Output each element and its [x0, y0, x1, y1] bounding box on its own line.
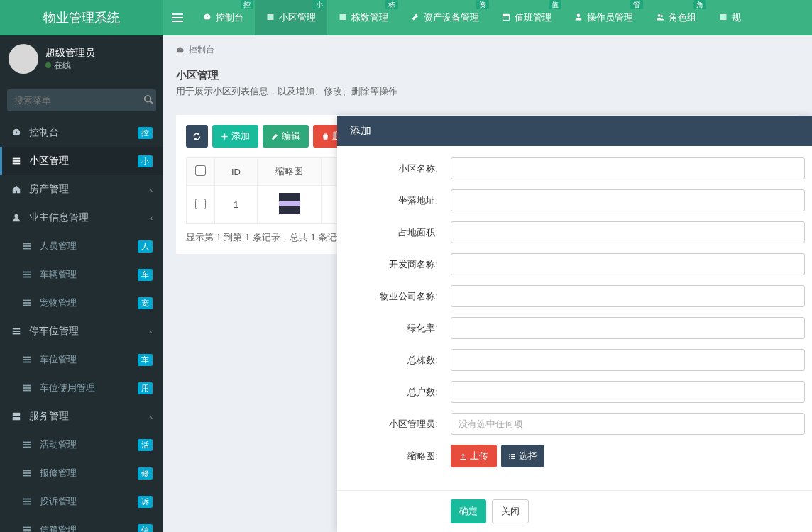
refresh-icon — [193, 133, 201, 140]
field-green-rate[interactable] — [451, 317, 805, 339]
svg-rect-35 — [23, 357, 31, 358]
svg-rect-5 — [268, 18, 274, 20]
svg-rect-33 — [13, 331, 21, 332]
sidebar-subitem-3-0[interactable]: 人员管理人 — [0, 232, 163, 260]
svg-rect-37 — [23, 362, 31, 363]
modal-title: 添加 — [337, 116, 812, 146]
breadcrumb: 控制台 — [163, 35, 812, 65]
top-tab-1[interactable]: 小区管理小 — [255, 0, 327, 35]
svg-rect-31 — [23, 305, 31, 306]
wrench-icon — [411, 13, 419, 23]
row-checkbox[interactable] — [195, 199, 206, 209]
sidebar-item-2[interactable]: 房产管理‹ — [0, 175, 163, 204]
plus-icon — [221, 133, 229, 140]
top-tab-6[interactable]: 角色组角 — [644, 0, 708, 35]
svg-rect-4 — [268, 16, 274, 18]
sidebar-item-0[interactable]: 控制台控 — [0, 118, 163, 147]
sidebar-item-3[interactable]: 业主信息管理‹ — [0, 204, 163, 232]
field-property-company[interactable] — [451, 285, 805, 307]
svg-rect-56 — [221, 135, 227, 136]
sidebar-subitem-3-1[interactable]: 车辆管理车 — [0, 260, 163, 289]
user-status: 在线 — [45, 60, 95, 72]
svg-rect-23 — [23, 243, 31, 245]
svg-rect-42 — [13, 417, 21, 420]
users-icon — [656, 13, 664, 23]
list-icon — [719, 13, 728, 23]
menu-toggle[interactable] — [163, 0, 192, 35]
top-tab-5[interactable]: 操作员管理管 — [563, 0, 644, 35]
svg-rect-24 — [23, 245, 31, 247]
top-tab-3[interactable]: 资产设备管理资 — [400, 0, 490, 35]
list-icon — [508, 453, 516, 460]
sidebar-subitem-5-0[interactable]: 活动管理活 — [0, 431, 163, 459]
field-community-name[interactable] — [451, 157, 805, 179]
sidebar-search-input[interactable] — [7, 89, 141, 111]
svg-point-13 — [661, 15, 663, 17]
search-icon — [143, 94, 153, 104]
sidebar-search-button[interactable] — [141, 89, 156, 111]
sidebar-subitem-5-3[interactable]: 信箱管理信 — [0, 516, 163, 532]
sidebar-subitem-3-2[interactable]: 宠物管理宠 — [0, 289, 163, 317]
svg-rect-38 — [23, 385, 31, 387]
field-admin-select[interactable] — [451, 413, 805, 435]
list-icon — [21, 525, 33, 532]
svg-point-22 — [14, 214, 18, 218]
svg-rect-52 — [23, 527, 31, 528]
svg-rect-1 — [172, 17, 183, 18]
modal-close-button[interactable]: 关闭 — [492, 499, 529, 523]
list-icon — [21, 355, 33, 365]
svg-rect-25 — [23, 248, 31, 250]
field-address[interactable] — [451, 189, 805, 211]
svg-rect-44 — [23, 444, 31, 445]
list-icon — [339, 13, 347, 23]
svg-rect-6 — [340, 14, 346, 16]
add-modal: 添加 小区名称: 坐落地址: 占地面积: 开发商名称: 物业公司名称: 绿化率:… — [337, 116, 812, 532]
svg-rect-59 — [509, 455, 510, 456]
top-tab-4[interactable]: 值班管理值 — [490, 0, 563, 35]
svg-rect-43 — [23, 442, 31, 443]
dashboard-icon — [203, 13, 212, 23]
field-area[interactable] — [451, 221, 805, 243]
user-name: 超级管理员 — [45, 47, 95, 60]
svg-rect-2 — [172, 21, 183, 22]
select-all-checkbox[interactable] — [195, 165, 206, 176]
list-icon — [21, 298, 33, 308]
field-building-count[interactable] — [451, 349, 805, 371]
svg-rect-15 — [720, 16, 727, 18]
upload-button[interactable]: 上传 — [451, 445, 497, 467]
dashboard-icon — [176, 46, 185, 55]
sidebar-item-4[interactable]: 停车位管理‹ — [0, 317, 163, 345]
sidebar-item-5[interactable]: 服务管理‹ — [0, 402, 163, 431]
svg-rect-41 — [13, 413, 21, 416]
field-developer[interactable] — [451, 253, 805, 275]
list-icon — [21, 497, 33, 506]
edit-button[interactable]: 编辑 — [263, 125, 309, 148]
select-file-button[interactable]: 选择 — [501, 445, 544, 467]
svg-rect-28 — [23, 277, 31, 278]
sidebar-subitem-4-0[interactable]: 车位管理车 — [0, 345, 163, 374]
sidebar-subitem-5-2[interactable]: 投诉管理诉 — [0, 487, 163, 516]
svg-rect-16 — [720, 18, 727, 20]
sidebar-item-1[interactable]: 小区管理小 — [0, 147, 163, 175]
refresh-button[interactable] — [186, 125, 208, 148]
svg-rect-29 — [23, 300, 31, 301]
chevron-left-icon: ‹ — [150, 413, 153, 421]
top-tab-2[interactable]: 栋数管理栋 — [327, 0, 400, 35]
field-household-count[interactable] — [451, 381, 805, 403]
svg-rect-39 — [23, 387, 31, 389]
svg-rect-49 — [23, 499, 31, 500]
top-tab-7[interactable]: 规 — [708, 0, 752, 35]
sidebar-subitem-5-1[interactable]: 报修管理修 — [0, 459, 163, 487]
svg-rect-20 — [13, 160, 21, 162]
modal-ok-button[interactable]: 确定 — [451, 499, 486, 523]
svg-rect-46 — [23, 470, 31, 472]
svg-rect-21 — [13, 163, 21, 165]
home-icon — [11, 184, 22, 194]
pencil-icon — [271, 133, 279, 140]
avatar — [9, 44, 38, 74]
user-icon — [574, 13, 583, 23]
hamburger-icon — [172, 12, 183, 23]
sidebar-subitem-4-1[interactable]: 车位使用管理用 — [0, 374, 163, 402]
add-button[interactable]: 添加 — [212, 125, 258, 148]
top-tab-0[interactable]: 控制台控 — [192, 0, 255, 35]
